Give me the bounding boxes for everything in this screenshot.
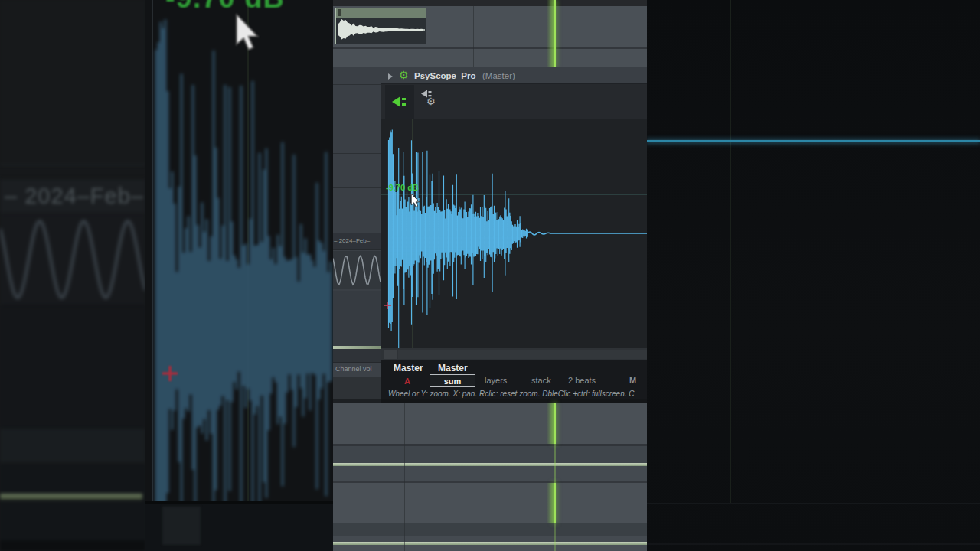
enlarged-db-readout-clipped: -9.70 dB: [145, 0, 333, 15]
enlarged-panel-edge: [647, 543, 980, 545]
bar-grid-line: [541, 6, 541, 67]
channel-row: [333, 291, 381, 346]
settings-gear-icon[interactable]: ⚙: [426, 96, 436, 107]
row-divider: [0, 427, 145, 428]
enlarged-waveform: [145, 0, 333, 551]
background-panel: [0, 540, 145, 551]
enlarged-panel-edge: [647, 503, 980, 504]
background-panel: [0, 464, 145, 551]
enlarged-clip-label: – 2024–Feb–: [5, 184, 145, 209]
panel-gap: [333, 349, 381, 362]
sine-wave-graphic: [333, 251, 381, 289]
enlarged-grid-line: [730, 0, 731, 503]
bar-grid-line: [473, 6, 474, 67]
scope-scrollbar[interactable]: [381, 348, 647, 360]
playhead-glow: [547, 403, 554, 444]
blurred-enlarged-scope: -9.70 dB: [145, 0, 333, 551]
hint-bar-text: Channel vol: [335, 365, 372, 373]
playhead-glow: [547, 0, 554, 67]
psyscope-plugin-window: ⚙ PsyScope_Pro (Master) ⚙: [381, 67, 647, 403]
plugin-control-bar: Master Master A sum layers stack 2 beats…: [381, 360, 647, 403]
track-lane: [333, 523, 647, 536]
playlist-track-row: [333, 545, 647, 551]
db-readout: -9.70 dB: [386, 183, 419, 192]
plugin-gear-icon[interactable]: ⚙: [399, 69, 409, 81]
enlarged-scrollbar-thumb: [162, 507, 201, 545]
sine-clip-body[interactable]: [333, 251, 381, 289]
audio-clip[interactable]: [335, 8, 426, 44]
red-marker-icon: [384, 302, 391, 309]
stack-mode-button[interactable]: stack: [531, 376, 551, 385]
panel: [333, 377, 381, 399]
channel-rack-strip: – 2024–Feb– Channel vol: [333, 67, 381, 403]
playlist-track-row[interactable]: [333, 483, 647, 523]
enlarged-green-marker-line: [0, 494, 142, 500]
playhead-marker[interactable]: [554, 483, 556, 523]
scrollbar-track[interactable]: [398, 350, 647, 359]
track-lane: [333, 466, 647, 481]
enlarged-red-marker-icon: [161, 364, 179, 383]
track-lane: [333, 536, 647, 542]
waveform-graphic: [381, 119, 647, 349]
plugin-subtitle: (Master): [482, 71, 515, 80]
plugin-title-bar[interactable]: ⚙ PsyScope_Pro (Master): [381, 67, 647, 84]
row-divider: [333, 153, 381, 154]
playhead-glow: [547, 483, 554, 523]
row-divider: [333, 119, 381, 119]
bar-grid-line: [541, 403, 541, 551]
background-band: [0, 429, 145, 462]
bar-grid-line: [404, 403, 405, 551]
plugin-toolbar: ⚙: [381, 85, 647, 119]
enlarged-db-readout: -9.70 dB: [165, 0, 285, 15]
track-lane: [333, 446, 647, 463]
blurred-right-background: [647, 0, 980, 551]
collapse-triangle-icon[interactable]: [388, 73, 393, 80]
mode-a-toggle[interactable]: A: [404, 377, 410, 386]
playlist-header-row: [333, 0, 647, 6]
row-divider: [0, 165, 145, 165]
background-panel: [0, 306, 145, 427]
source-select-left[interactable]: Master: [394, 363, 423, 373]
fl-studio-screenshot: – 2024–Feb– -9.70 dB: [0, 0, 980, 551]
plugin-slot-cell[interactable]: [385, 85, 414, 119]
audio-clip-header[interactable]: [336, 8, 426, 18]
playlist-track-row[interactable]: [333, 403, 647, 444]
oscilloscope-display[interactable]: -9.70 dB: [381, 119, 647, 348]
mouse-cursor-icon: [410, 194, 420, 208]
playhead-marker[interactable]: [554, 0, 556, 67]
sum-mode-button[interactable]: sum: [430, 374, 475, 387]
video-center-strip: – 2024–Feb– Channel vol ⚙ PsyScope_Pro (…: [333, 0, 647, 551]
background-panel: [0, 0, 145, 165]
plugin-plug-icon[interactable]: [392, 95, 409, 109]
sine-wave-graphic: [0, 214, 145, 305]
sine-clip-label: – 2024–Feb–: [334, 237, 381, 244]
playhead-marker-dim: [554, 523, 556, 551]
row-divider: [333, 84, 381, 85]
blurred-left-background: – 2024–Feb–: [0, 0, 145, 551]
mute-button[interactable]: M: [629, 376, 636, 385]
playlist-track-row[interactable]: [333, 49, 647, 67]
row-divider: [333, 187, 381, 188]
clip-waveform-graphic: [336, 18, 426, 44]
source-select-right[interactable]: Master: [438, 363, 468, 373]
beats-length-button[interactable]: 2 beats: [568, 376, 596, 385]
enlarged-waveform-baseline: [647, 140, 980, 142]
scrollbar-thumb[interactable]: [384, 350, 397, 359]
clip-name-glyph: [338, 9, 341, 16]
enlarged-mouse-cursor-icon: [234, 14, 260, 54]
playhead-marker[interactable]: [554, 403, 556, 444]
enlarged-sine-clip: [0, 214, 145, 305]
playhead-marker-dim: [554, 444, 556, 483]
layers-mode-button[interactable]: layers: [485, 376, 507, 385]
usage-hint-text: Wheel or Y: zoom. X: pan. Rclic: reset z…: [388, 390, 635, 398]
plugin-title: PsyScope_Pro: [414, 71, 476, 80]
